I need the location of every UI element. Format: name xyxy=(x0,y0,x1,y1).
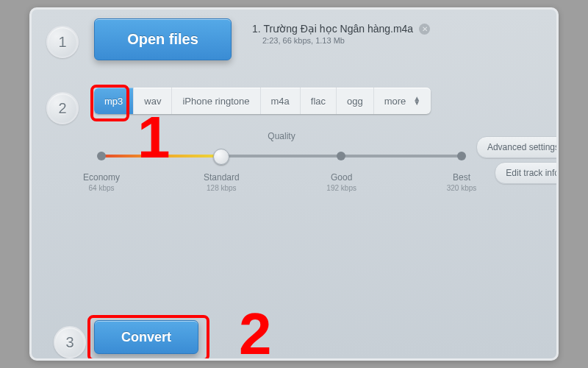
tab-flac[interactable]: flac xyxy=(301,88,337,114)
quality-title: Quality xyxy=(101,131,462,141)
tab-more[interactable]: more ▲▼ xyxy=(374,88,431,114)
file-name: Trường Đại học Ngân hàng.m4a xyxy=(264,23,414,35)
slider-thumb[interactable] xyxy=(213,149,229,165)
slider-fill xyxy=(101,155,220,158)
advanced-settings-button[interactable]: Advanced settings xyxy=(476,136,559,158)
step-badge-3: 3 xyxy=(54,326,86,358)
tab-more-label: more xyxy=(384,96,406,107)
slider-stop xyxy=(97,152,106,160)
app-panel: 1 2 3 Open files 1. Trường Đại học Ngân … xyxy=(29,7,559,361)
tab-iphone-ringtone[interactable]: iPhone ringtone xyxy=(172,88,260,114)
tick-good: Good192 kbps xyxy=(316,172,368,194)
remove-file-icon[interactable]: ✕ xyxy=(419,24,430,35)
file-meta: 2:23, 66 kbps, 1.13 Mb xyxy=(262,36,430,45)
slider-stop xyxy=(457,152,466,160)
quality-slider[interactable] xyxy=(101,149,462,163)
tab-m4a[interactable]: m4a xyxy=(261,88,301,114)
file-entry: 1. Trường Đại học Ngân hàng.m4a ✕ 2:23, … xyxy=(252,23,430,45)
file-index: 1. xyxy=(252,23,261,35)
slider-stop xyxy=(337,152,345,160)
step-badge-2: 2 xyxy=(46,92,79,124)
tick-best: Best320 kbps xyxy=(436,172,487,194)
chevron-up-down-icon: ▲▼ xyxy=(413,96,420,105)
edit-track-info-button[interactable]: Edit track info xyxy=(495,162,559,184)
format-tabs: mp3 wav iPhone ringtone m4a flac ogg mor… xyxy=(94,88,431,114)
tick-economy: Economy64 kbps xyxy=(76,172,127,194)
tick-standard: Standard128 kbps xyxy=(196,172,247,194)
tab-wav[interactable]: wav xyxy=(134,88,172,114)
tab-mp3[interactable]: mp3 xyxy=(94,88,134,114)
convert-button[interactable]: Convert xyxy=(94,320,198,354)
quality-section: Quality Economy64 kbps Standard128 kbps … xyxy=(101,131,462,194)
annotation-number-2: 2 xyxy=(239,300,272,361)
quality-tick-row: Economy64 kbps Standard128 kbps Good192 … xyxy=(101,172,462,194)
open-files-button[interactable]: Open files xyxy=(94,18,232,60)
tab-ogg[interactable]: ogg xyxy=(337,88,374,114)
step-badge-1: 1 xyxy=(46,26,79,58)
